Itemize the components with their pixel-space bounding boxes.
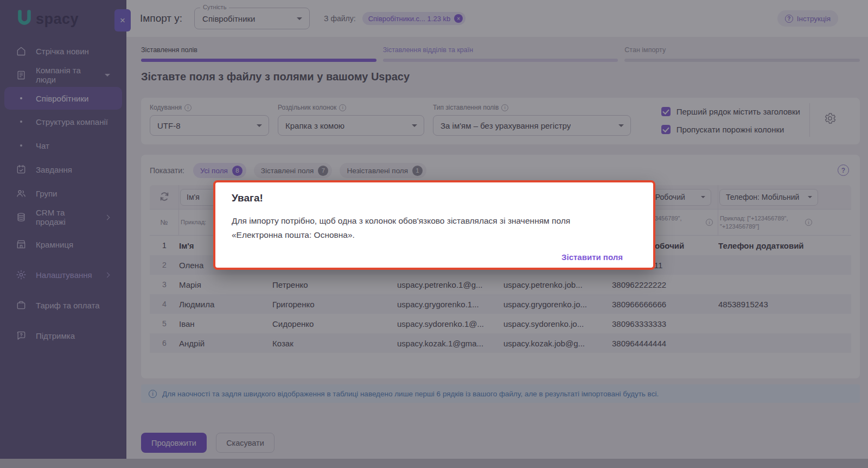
- warning-modal: Увага! Для імпорту потрібно, щоб одна з …: [213, 180, 655, 270]
- app-root: spacy Стрічка новин Компанія та люди Спі…: [0, 0, 868, 468]
- modal-title: Увага!: [232, 192, 621, 204]
- modal-body-text: Для імпорту потрібно, щоб одна з колонок…: [232, 214, 621, 243]
- map-fields-button[interactable]: Зіставити поля: [561, 252, 623, 262]
